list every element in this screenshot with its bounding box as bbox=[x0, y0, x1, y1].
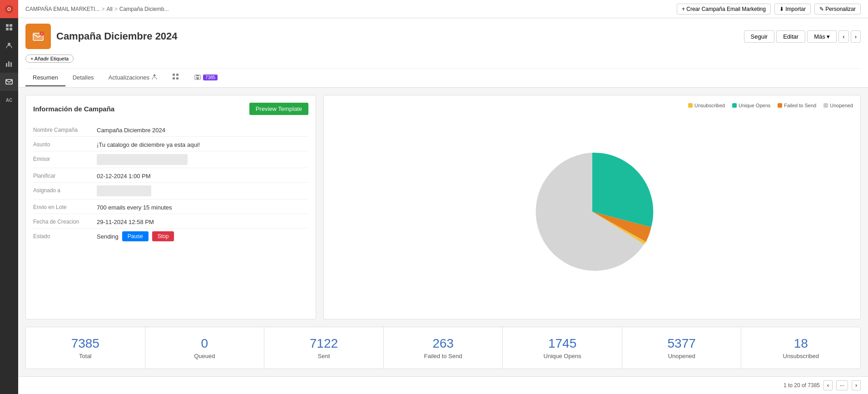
sidebar-email-icon[interactable] bbox=[0, 73, 18, 91]
stat-sent-label: Sent bbox=[272, 353, 376, 359]
field-planificar-value: 02-12-2024 1:00 PM bbox=[97, 171, 308, 180]
breadcrumb-sep2: > bbox=[114, 6, 118, 12]
svg-rect-18 bbox=[176, 77, 179, 80]
pagination-prev-button[interactable]: ‹ bbox=[823, 380, 833, 390]
breadcrumb-all[interactable]: All bbox=[106, 6, 112, 12]
tab-detalles-label: Detalles bbox=[73, 74, 94, 81]
pagination-next-button[interactable]: › bbox=[852, 380, 861, 390]
tab-actualizaciones-label: Actualizaciones bbox=[109, 74, 149, 81]
next-button[interactable]: › bbox=[851, 30, 861, 43]
sidebar: O AC bbox=[0, 0, 18, 394]
svg-rect-9 bbox=[10, 62, 12, 67]
legend-dot-failed bbox=[778, 103, 782, 108]
campaign-info-card: Información de Campaña Preview Template … bbox=[25, 95, 316, 319]
stat-unique-opens-number: 1745 bbox=[510, 336, 615, 351]
svg-rect-15 bbox=[173, 74, 175, 76]
tab-building-badge: 7385 bbox=[203, 75, 218, 80]
stop-button[interactable]: Stop bbox=[152, 231, 174, 241]
breadcrumb-root: CAMPAÑA EMAIL MARKETI... bbox=[25, 6, 99, 12]
svg-rect-24 bbox=[197, 78, 198, 80]
field-planificar-label: Planificar bbox=[33, 171, 97, 179]
info-card-header: Información de Campaña Preview Template bbox=[33, 103, 308, 115]
main-content: CAMPAÑA EMAIL MARKETI... > All > Campaña… bbox=[18, 0, 868, 394]
stat-failed[interactable]: 263 Failed to Send bbox=[384, 327, 503, 369]
tab-building[interactable]: 7385 bbox=[187, 69, 225, 87]
campaign-name: Campaña Diciembre 2024 bbox=[56, 30, 178, 42]
customize-button[interactable]: ✎ Personalizar bbox=[814, 4, 861, 15]
stat-total-label: Total bbox=[33, 353, 138, 359]
legend-label-unsubscribed: Unsubscribed bbox=[694, 103, 725, 108]
stat-sent: 7122 Sent bbox=[264, 327, 384, 369]
page-header: ! Campaña Diciembre 2024 Seguir Editar M… bbox=[18, 18, 868, 88]
stat-unsubscribed[interactable]: 18 Unsubscribed bbox=[741, 327, 860, 369]
import-button[interactable]: ⬇ Importar bbox=[774, 4, 811, 15]
stat-total-number: 7385 bbox=[33, 336, 138, 351]
svg-rect-21 bbox=[198, 75, 199, 76]
svg-text:!: ! bbox=[41, 32, 42, 35]
breadcrumb: CAMPAÑA EMAIL MARKETI... > All > Campaña… bbox=[25, 6, 169, 12]
sidebar-home-icon[interactable] bbox=[0, 18, 18, 36]
legend-dot-unique-opens bbox=[732, 103, 737, 108]
legend-dot-unsubscribed bbox=[688, 103, 693, 108]
chart-legend: Unsubscribed Unique Opens Failed to Send… bbox=[331, 103, 853, 108]
page-header-top: ! Campaña Diciembre 2024 Seguir Editar M… bbox=[25, 24, 861, 49]
tab-icon1[interactable] bbox=[165, 69, 187, 87]
field-nombre-label: Nombre Campaña bbox=[33, 125, 97, 133]
info-card-title: Información de Campaña bbox=[33, 105, 114, 113]
chart-container bbox=[331, 112, 853, 312]
legend-label-unopened: Unopened bbox=[830, 103, 853, 108]
sidebar-user-icon[interactable] bbox=[0, 36, 18, 55]
field-fecha-value: 29-11-2024 12:58 PM bbox=[97, 217, 308, 225]
field-envio: Envio en Lote 700 emails every 15 minute… bbox=[33, 199, 308, 214]
sidebar-ac-icon[interactable]: AC bbox=[0, 91, 18, 109]
tab-resumen[interactable]: Resumen bbox=[25, 70, 65, 86]
stat-failed-label: Failed to Send bbox=[391, 353, 496, 359]
create-campaign-button[interactable]: + Crear Campaña Email Marketing bbox=[677, 4, 771, 15]
stat-unique-opens[interactable]: 1745 Unique Opens bbox=[503, 327, 622, 369]
legend-unopened: Unopened bbox=[823, 103, 853, 108]
chart-card: Unsubscribed Unique Opens Failed to Send… bbox=[323, 95, 861, 319]
stat-unopened[interactable]: 5377 Unopened bbox=[622, 327, 742, 369]
add-tag-button[interactable]: + Añadir Etiqueta bbox=[25, 55, 74, 63]
tab-building-icon bbox=[194, 73, 201, 82]
app-logo: O bbox=[0, 0, 18, 18]
svg-rect-2 bbox=[6, 24, 9, 27]
edit-button[interactable]: Editar bbox=[776, 30, 805, 43]
svg-rect-5 bbox=[10, 28, 12, 30]
stat-failed-number: 263 bbox=[391, 336, 496, 351]
stat-unopened-label: Unopened bbox=[630, 353, 734, 359]
field-emisor: Emisor bbox=[33, 151, 308, 168]
follow-button[interactable]: Seguir bbox=[744, 30, 775, 43]
field-nombre-value: Campaña Diciembre 2024 bbox=[97, 125, 308, 134]
tab-actualizaciones[interactable]: Actualizaciones bbox=[101, 69, 165, 87]
svg-rect-17 bbox=[173, 77, 175, 80]
legend-failed: Failed to Send bbox=[778, 103, 816, 108]
stat-unique-opens-label: Unique Opens bbox=[510, 353, 615, 359]
pagination-more-button[interactable]: ··· bbox=[836, 380, 848, 390]
preview-template-button[interactable]: Preview Template bbox=[249, 103, 308, 115]
sidebar-chart-icon[interactable] bbox=[0, 55, 18, 73]
status-text: Sending bbox=[97, 233, 119, 240]
stat-unsubscribed-label: Unsubscribed bbox=[749, 353, 853, 359]
prev-button[interactable]: ‹ bbox=[838, 30, 848, 43]
more-button[interactable]: Más ▾ bbox=[807, 30, 837, 43]
svg-rect-16 bbox=[176, 74, 179, 76]
tab-grid-icon bbox=[172, 73, 179, 82]
stat-queued-number: 0 bbox=[153, 336, 257, 351]
tab-detalles[interactable]: Detalles bbox=[65, 70, 101, 86]
field-nombre: Nombre Campaña Campaña Diciembre 2024 bbox=[33, 122, 308, 137]
field-fecha-label: Fecha de Creacion bbox=[33, 217, 97, 225]
field-asunto-value: ¡Tu catalogo de diciembre ya esta aqui! bbox=[97, 140, 308, 148]
stat-unopened-number: 5377 bbox=[630, 336, 734, 351]
legend-label-unique-opens: Unique Opens bbox=[739, 103, 770, 108]
field-fecha: Fecha de Creacion 29-11-2024 12:58 PM bbox=[33, 214, 308, 229]
header-buttons: Seguir Editar Más ▾ ‹ › bbox=[744, 30, 861, 43]
topbar: CAMPAÑA EMAIL MARKETI... > All > Campaña… bbox=[18, 0, 868, 18]
stat-total: 7385 Total bbox=[26, 327, 145, 369]
svg-point-6 bbox=[8, 43, 10, 45]
svg-rect-7 bbox=[6, 63, 7, 67]
campaign-title-area: ! Campaña Diciembre 2024 bbox=[25, 24, 178, 49]
pause-button[interactable]: Pause bbox=[122, 231, 149, 241]
topbar-actions: + Crear Campaña Email Marketing ⬇ Import… bbox=[677, 4, 861, 15]
svg-rect-8 bbox=[8, 61, 10, 67]
